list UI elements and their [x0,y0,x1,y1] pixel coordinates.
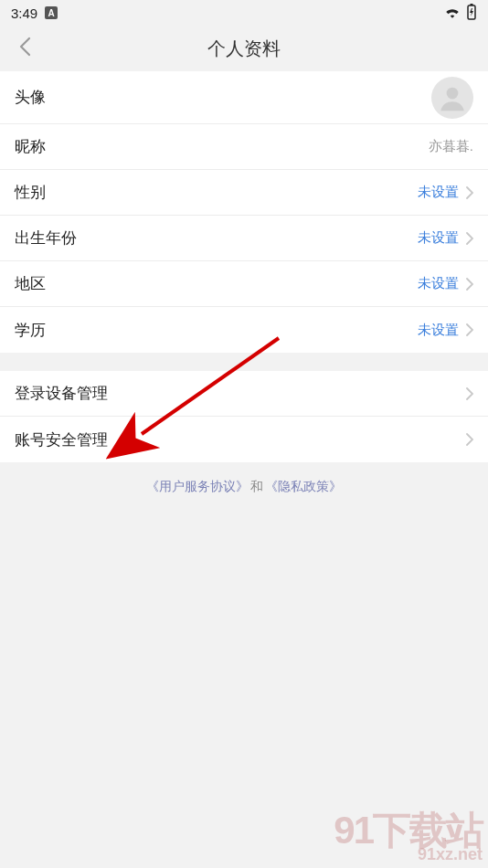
row-nickname[interactable]: 昵称 亦暮暮. [0,124,488,170]
svg-point-2 [447,87,459,99]
row-label-gender: 性别 [15,182,46,203]
status-time: 3:49 [11,5,37,21]
row-gender[interactable]: 性别 未设置 [0,170,488,216]
row-label-avatar: 头像 [15,87,46,108]
section-gap [0,353,488,371]
chevron-left-icon [18,37,31,60]
chevron-right-icon [466,232,473,245]
tos-link[interactable]: 《用户服务协议》 [146,479,249,493]
row-birth-year[interactable]: 出生年份 未设置 [0,216,488,261]
row-account-security[interactable]: 账号安全管理 [0,417,488,462]
row-label-birth: 出生年份 [15,228,77,249]
chevron-right-icon [466,186,473,199]
row-value-edu: 未设置 [418,322,459,339]
back-button[interactable] [11,26,38,71]
row-avatar[interactable]: 头像 [0,71,488,124]
wifi-icon [444,5,461,21]
row-label-region: 地区 [15,273,46,294]
row-value-nickname: 亦暮暮. [429,138,473,155]
row-login-devices[interactable]: 登录设备管理 [0,371,488,417]
chevron-right-icon [466,323,473,336]
row-value-birth: 未设置 [418,229,459,247]
footer-sep: 和 [250,479,263,493]
row-value-region: 未设置 [418,275,459,292]
watermark-line1: 91下载站 [334,811,483,850]
row-education[interactable]: 学历 未设置 [0,307,488,353]
row-value-gender: 未设置 [418,184,459,201]
nav-bar: 个人资料 [0,26,488,71]
status-app-icon: A [45,6,58,19]
avatar [431,77,473,119]
svg-rect-1 [471,4,473,5]
row-label-devices: 登录设备管理 [15,383,108,404]
chevron-right-icon [466,387,473,400]
row-label-security: 账号安全管理 [15,429,108,450]
footer-links: 《用户服务协议》和《隐私政策》 [0,462,488,512]
page-title: 个人资料 [0,37,488,61]
status-bar: 3:49 A [0,0,488,26]
account-section: 登录设备管理 账号安全管理 [0,371,488,462]
privacy-link[interactable]: 《隐私政策》 [265,479,342,493]
watermark: 91下载站 91xz.net [334,811,483,863]
row-label-edu: 学历 [15,320,46,341]
row-region[interactable]: 地区 未设置 [0,261,488,307]
chevron-right-icon [466,278,473,291]
row-label-nickname: 昵称 [15,136,46,157]
chevron-right-icon [466,433,473,446]
profile-section: 头像 昵称 亦暮暮. 性别 未设置 出生年份 未设置 地区 未设置 学历 未设置 [0,71,488,353]
battery-icon [466,4,477,23]
